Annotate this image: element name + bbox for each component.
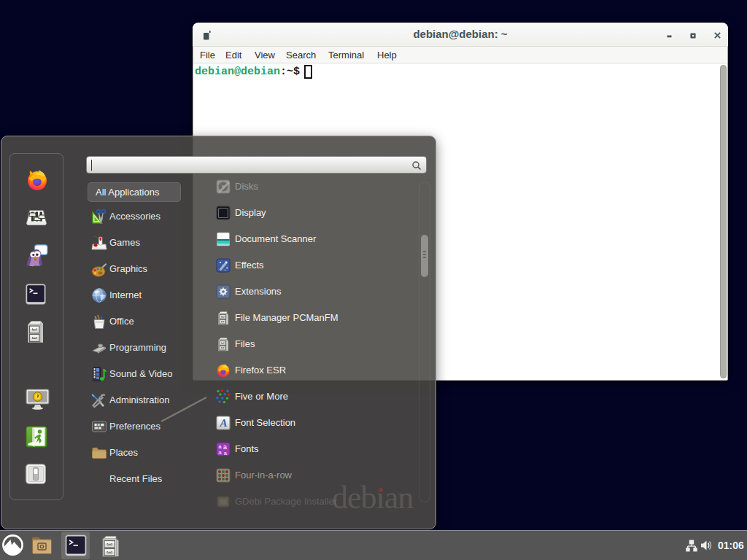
svg-text:a: a xyxy=(218,449,222,456)
svg-text:A: A xyxy=(219,417,227,429)
svg-text:a: a xyxy=(224,451,227,456)
svg-text:a: a xyxy=(223,443,227,451)
